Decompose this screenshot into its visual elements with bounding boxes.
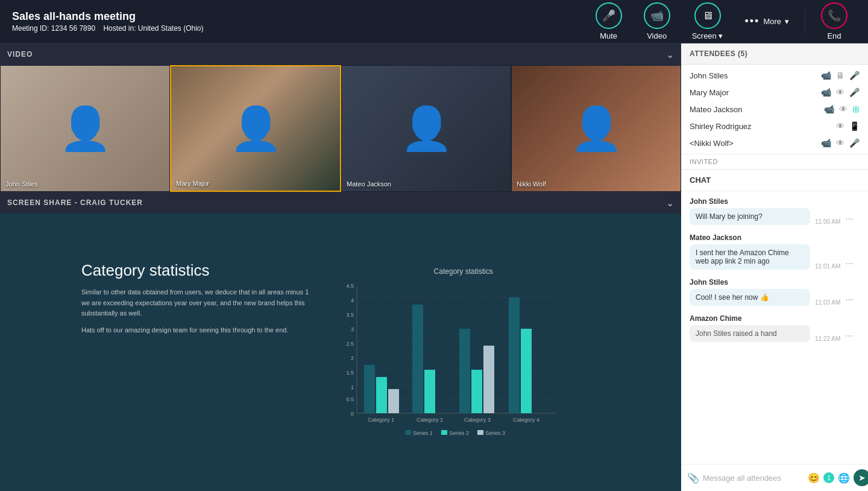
svg-text:Category 4: Category 4 bbox=[513, 417, 539, 423]
svg-text:3: 3 bbox=[351, 326, 354, 332]
chat-more-3[interactable]: ⋯ bbox=[845, 295, 854, 305]
svg-rect-31 bbox=[477, 430, 483, 435]
svg-text:2.5: 2.5 bbox=[347, 341, 354, 347]
separator bbox=[805, 10, 805, 34]
svg-text:1: 1 bbox=[351, 384, 354, 390]
attendee-icons-john: 📹 🖥 🎤 bbox=[821, 71, 860, 80]
bar-cat3-s3 bbox=[483, 346, 494, 413]
pres-text: Category statistics Similar to other dat… bbox=[81, 261, 309, 335]
video-label: VIDEO bbox=[7, 50, 33, 59]
emoji-button[interactable]: 😊 bbox=[808, 472, 820, 484]
nikki-name-tag: Nikki Wolf bbox=[517, 180, 546, 188]
screen-icon: 🖥 bbox=[694, 2, 721, 29]
eye-icon-mateo: 👁 bbox=[839, 104, 848, 114]
screen-share-header: SCREEN SHARE - CRAIG TUCKER ⌄ bbox=[0, 192, 681, 214]
more-button[interactable]: ••• More ▾ bbox=[736, 11, 797, 31]
bar-cat3-s2 bbox=[471, 370, 482, 413]
chat-time-1: 11:00 AM bbox=[815, 218, 840, 225]
attendee-name-mateo: Mateo Jackson bbox=[690, 105, 824, 114]
svg-text:4: 4 bbox=[351, 297, 354, 303]
chat-bubble-1: Will Mary be joining? bbox=[690, 208, 810, 225]
meeting-meta: Meeting ID: 1234 56 7890 Hosted in: Unit… bbox=[12, 24, 204, 33]
chart-svg: 0 0.5 1 1.5 2 2.5 bbox=[333, 280, 562, 437]
chat-input-icons: 😊 1 🌐 ➤ bbox=[808, 469, 868, 486]
meeting-id: 1234 56 7890 bbox=[51, 24, 95, 33]
right-panel: ATTENDEES (5) John Stiles 📹 🖥 🎤 Mary Maj… bbox=[681, 43, 868, 491]
meeting-id-label: Meeting ID: bbox=[12, 24, 49, 33]
chart-title: Category statistics bbox=[333, 267, 594, 276]
phone-icon-shirley: 📱 bbox=[849, 121, 860, 131]
chat-input-area: 📎 😊 1 🌐 ➤ bbox=[681, 464, 868, 491]
translate-button[interactable]: 🌐 bbox=[838, 472, 850, 484]
chat-msg-2: Mateo Jackson I sent her the Amazon Chim… bbox=[690, 233, 860, 270]
chat-more-1[interactable]: ⋯ bbox=[845, 214, 854, 224]
john-video: 👤 bbox=[1, 66, 169, 191]
svg-text:Category 2: Category 2 bbox=[417, 417, 443, 423]
mateo-video: 👤 bbox=[342, 66, 511, 191]
chat-sender-4: Amazon Chime bbox=[690, 314, 860, 323]
end-call-icon: 📞 bbox=[821, 2, 848, 29]
attendee-name-john: John Stiles bbox=[690, 71, 821, 80]
svg-text:2: 2 bbox=[351, 355, 354, 361]
chat-messages: John Stiles Will Mary be joining? 11:00 … bbox=[681, 191, 868, 464]
video-collapse-button[interactable]: ⌄ bbox=[666, 49, 674, 60]
svg-text:Series 2: Series 2 bbox=[449, 430, 469, 436]
svg-text:3.5: 3.5 bbox=[347, 312, 354, 318]
chat-time-2: 11:01 AM bbox=[815, 263, 840, 270]
end-button[interactable]: 📞 End bbox=[813, 0, 856, 44]
bar-cat2-s1 bbox=[412, 305, 423, 413]
main-content: VIDEO ⌄ 👤 John Stiles 👤 Mary Major 👤 Mat… bbox=[0, 43, 868, 491]
attendee-list: John Stiles 📹 🖥 🎤 Mary Major 📹 👁 🎤 Mateo bbox=[681, 65, 868, 154]
john-name-tag: John Stiles bbox=[5, 180, 38, 188]
chat-bubble-4: John Stiles raised a hand bbox=[690, 325, 810, 342]
nikki-video: 👤 bbox=[512, 66, 681, 191]
screen-content: Category statistics Similar to other dat… bbox=[0, 214, 681, 491]
mute-button[interactable]: 🎤 Mute bbox=[587, 0, 631, 44]
attendee-name-nikki: <Nikki Wolf> bbox=[690, 139, 821, 148]
chat-input[interactable] bbox=[703, 474, 804, 483]
bar-cat1-s1 bbox=[364, 365, 375, 413]
meeting-info: Sales all-hands meeting Meeting ID: 1234… bbox=[12, 10, 204, 33]
video-section-header: VIDEO ⌄ bbox=[0, 43, 681, 65]
video-icon-mateo: 📹 bbox=[824, 104, 834, 114]
eye-icon-nikki: 👁 bbox=[836, 138, 844, 148]
chat-bubble-row-1: Will Mary be joining? 11:00 AM ⋯ bbox=[690, 208, 860, 225]
chat-sender-3: John Stiles bbox=[690, 278, 860, 287]
eye-icon-shirley: 👁 bbox=[836, 121, 844, 131]
screen-collapse-button[interactable]: ⌄ bbox=[666, 197, 674, 209]
video-icon-john: 📹 bbox=[821, 71, 831, 80]
svg-rect-27 bbox=[405, 430, 411, 435]
bar-cat4-s1 bbox=[509, 297, 520, 413]
eye-icon-mary: 👁 bbox=[836, 87, 844, 97]
mute-icon: 🎤 bbox=[596, 2, 622, 29]
presentation: Category statistics Similar to other dat… bbox=[0, 214, 681, 491]
svg-text:Category 3: Category 3 bbox=[464, 417, 491, 423]
chart-area: Category statistics 0 0.5 bbox=[327, 261, 600, 443]
pres-inner: Category statistics Similar to other dat… bbox=[81, 261, 600, 443]
hosted-location: United States (Ohio) bbox=[138, 24, 204, 33]
chat-more-4[interactable]: ⋯ bbox=[845, 331, 854, 341]
svg-text:1.5: 1.5 bbox=[347, 370, 354, 376]
pres-desc2: Hats off to our amazing design team for … bbox=[81, 325, 309, 336]
video-button[interactable]: 📹 Video bbox=[635, 0, 679, 44]
svg-text:4.5: 4.5 bbox=[347, 283, 354, 289]
bar-cat1-s3 bbox=[388, 389, 399, 413]
attach-button[interactable]: 📎 bbox=[687, 472, 699, 484]
left-panel: VIDEO ⌄ 👤 John Stiles 👤 Mary Major 👤 Mat… bbox=[0, 43, 681, 491]
attendees-title: ATTENDEES (5) bbox=[690, 49, 747, 58]
svg-text:Category 1: Category 1 bbox=[368, 417, 394, 423]
attendee-name-shirley: Shirley Rodriguez bbox=[690, 122, 836, 131]
attendee-icons-shirley: 👁 📱 bbox=[836, 121, 860, 131]
chart-container: Category statistics 0 0.5 bbox=[327, 261, 600, 443]
chat-bubble-3: Cool! I see her now 👍 bbox=[690, 289, 810, 306]
video-tile-nikki: 👤 Nikki Wolf bbox=[511, 65, 681, 192]
bar-cat3-s1 bbox=[459, 329, 470, 413]
send-button[interactable]: ➤ bbox=[854, 469, 868, 486]
svg-rect-29 bbox=[441, 430, 447, 435]
video-icon-nikki: 📹 bbox=[821, 138, 831, 148]
grid-icon-mateo: ⊞ bbox=[852, 104, 860, 114]
chat-more-2[interactable]: ⋯ bbox=[845, 259, 854, 268]
pres-desc1: Similar to other data obtained from user… bbox=[81, 287, 309, 319]
screen-button[interactable]: 🖥 Screen ▾ bbox=[684, 0, 732, 44]
attendee-item-nikki: <Nikki Wolf> 📹 👁 🎤 bbox=[681, 135, 868, 151]
